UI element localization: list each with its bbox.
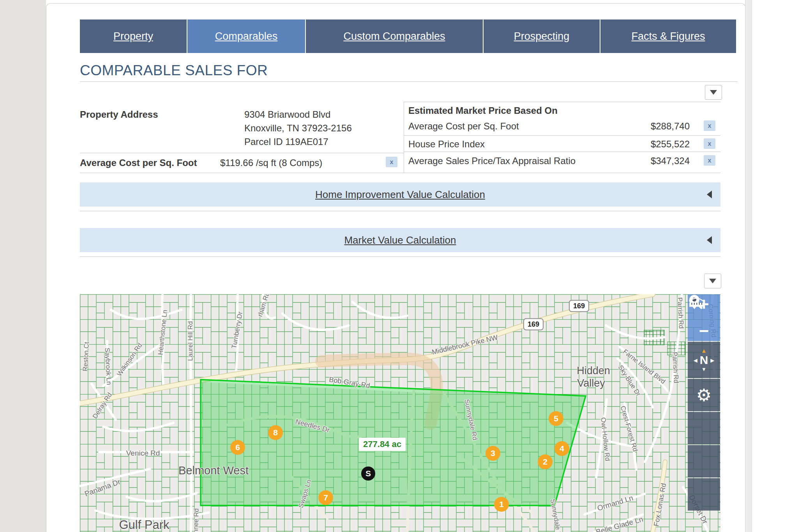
street-label: Crest-Forest Rd	[619, 405, 639, 452]
street-label: Sunnydale Rd	[549, 498, 563, 532]
north-label[interactable]: N	[700, 353, 708, 367]
avg-cost-label: Average Cost per Sq. Foot	[80, 157, 197, 168]
map-settings-button[interactable]: ⚙	[688, 379, 720, 411]
map[interactable]: Reston CtSaybrook LnWilkinson RdDelray R…	[80, 294, 720, 532]
panel-divider-1	[80, 211, 720, 211]
comp-marker-5[interactable]: 5	[549, 411, 563, 426]
chevron-left-icon	[707, 236, 712, 244]
vertical-scrollbar[interactable]	[745, 0, 752, 532]
home-improvement-panel-label: Home Improvement Value Calculation	[315, 189, 485, 201]
map-overlay: Reston CtSaybrook LnWilkinson RdDelray R…	[80, 294, 720, 532]
comp-marker-6[interactable]: 6	[230, 440, 245, 455]
estimate-row-3-value: $347,324	[635, 156, 690, 166]
estimates-top-border	[404, 102, 720, 102]
place-label: Gulf Park	[119, 518, 169, 532]
left-block-divider	[80, 153, 404, 153]
street-label: Delray Rd	[91, 391, 114, 420]
street-label: Venice Rd	[126, 449, 160, 458]
address-line-2: Knoxville, TN 37923-2156	[244, 123, 352, 134]
tab-prospecting-label: Prospecting	[514, 30, 570, 42]
map-controls: + − ▲ ◀ N ▶ ▼ ⚙	[688, 294, 720, 511]
remove-estimate-1-button[interactable]: x	[704, 120, 715, 131]
street-label: Ormand Ln	[596, 494, 634, 513]
page-left-gutter	[0, 0, 46, 532]
page-title: COMPARABLE SALES FOR	[80, 62, 268, 79]
chevron-down-icon	[709, 279, 716, 283]
info-vertical-divider	[404, 102, 404, 173]
street-label: Owl-Hollow Rd	[599, 417, 611, 461]
estimate-row-1-value: $288,740	[635, 121, 690, 132]
estimates-divider-1	[404, 135, 720, 136]
gear-icon: ⚙	[696, 387, 711, 404]
chevron-down-icon	[710, 90, 717, 95]
remove-estimate-3-button[interactable]: x	[704, 155, 715, 166]
remove-estimate-2-button[interactable]: x	[704, 138, 715, 149]
tab-custom-comparables[interactable]: Custom Comparables	[306, 19, 484, 53]
comp-marker-8[interactable]: 8	[268, 425, 283, 440]
street-label: Saybrook Ln	[103, 348, 113, 385]
highway-shield: 169	[523, 318, 544, 331]
street-label: Turnberry Dr	[230, 311, 244, 349]
panel-divider-2	[80, 256, 720, 257]
comp-marker-3[interactable]: 3	[486, 446, 500, 461]
comp-marker-7[interactable]: 7	[318, 490, 333, 505]
street-label: Swaps Ln	[297, 479, 313, 509]
street-label: Laurel Hill Rd	[187, 321, 194, 361]
estimates-divider-2	[404, 152, 720, 152]
app-window: Property Comparables Custom Comparables …	[0, 0, 798, 532]
ruler-icon	[688, 294, 705, 308]
street-label: Hearthstone Ln	[157, 309, 169, 355]
tab-comparables[interactable]: Comparables	[187, 19, 306, 53]
street-label: Sky-Blue Dr	[616, 364, 642, 398]
tab-bar: Property Comparables Custom Comparables …	[80, 19, 738, 53]
chevron-left-icon	[707, 191, 712, 198]
estimates-header: Estimated Market Price Based On	[408, 105, 558, 116]
estimate-row-2-value: $255,522	[635, 139, 690, 150]
market-value-panel-header[interactable]: Market Value Calculation	[80, 228, 720, 252]
place-label: Belmont West	[178, 464, 249, 477]
address-line-1: 9304 Briarwood Blvd	[244, 109, 330, 120]
estimate-row-2-label: House Price Index	[408, 139, 485, 150]
polygon-area-label: 277.84 ac	[359, 438, 406, 451]
tab-property[interactable]: Property	[80, 19, 187, 53]
street-label: Parrish Rd	[676, 297, 685, 329]
street-label: Panama Dr	[83, 477, 122, 498]
subject-property-marker[interactable]: S	[361, 467, 375, 481]
street-label: Parrish Rd	[671, 352, 680, 383]
avg-cost-value: $119.66 /sq ft (8 Comps)	[220, 157, 322, 168]
highway-shield: 169	[569, 300, 589, 312]
street-label: Needles Dr	[295, 417, 330, 435]
title-divider	[80, 81, 738, 82]
pan-up-arrow-icon[interactable]: ▲	[701, 348, 707, 353]
street-label: Bob-Gray-Rd	[328, 375, 371, 390]
street-label: Wilkinson Rd	[115, 342, 144, 378]
remove-avg-cost-button[interactable]: x	[386, 157, 397, 167]
pan-right-arrow-icon[interactable]: ▶	[710, 357, 714, 363]
pan-down-arrow-icon[interactable]: ▼	[701, 367, 706, 372]
property-address-label: Property Address	[80, 109, 158, 120]
place-label: Valley	[577, 377, 605, 389]
section-collapse-button[interactable]	[705, 85, 722, 100]
tab-prospecting[interactable]: Prospecting	[484, 19, 600, 53]
comp-marker-1[interactable]: 1	[494, 497, 509, 512]
map-measure-button[interactable]	[688, 478, 720, 511]
tab-facts-figures-label: Facts & Figures	[631, 30, 705, 42]
street-label: Swannee Rd	[191, 508, 200, 532]
home-improvement-panel-header[interactable]: Home Improvement Value Calculation	[80, 182, 720, 207]
comp-marker-2[interactable]: 2	[538, 454, 553, 469]
street-label: Middlebrook Pike NW	[431, 333, 498, 356]
street-label: Reston Ct	[81, 342, 91, 372]
map-search-button[interactable]	[688, 445, 720, 477]
map-collapse-button[interactable]	[704, 274, 721, 288]
zoom-out-button[interactable]: −	[699, 323, 709, 339]
tab-facts-figures[interactable]: Facts & Figures	[600, 19, 736, 53]
street-label: Sunnydale Rd	[463, 399, 479, 441]
tab-property-label: Property	[113, 30, 153, 42]
map-location-button[interactable]	[688, 412, 720, 444]
tab-custom-comparables-label: Custom Comparables	[343, 30, 445, 42]
comp-marker-4[interactable]: 4	[554, 441, 569, 456]
tab-comparables-label: Comparables	[215, 30, 278, 42]
place-label: Hidden	[577, 365, 610, 377]
address-line-3: Parcel ID 119AE017	[244, 136, 328, 147]
pan-left-arrow-icon[interactable]: ◀	[694, 357, 697, 363]
